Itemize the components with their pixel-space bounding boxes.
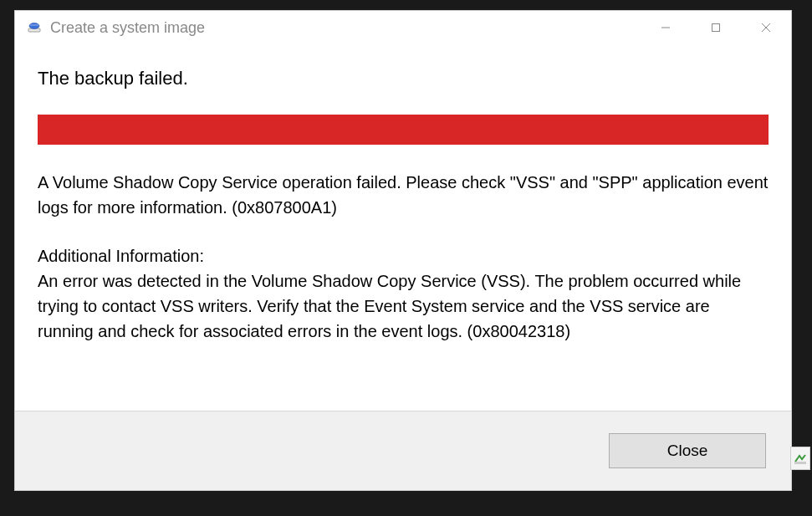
window-controls: [641, 11, 791, 44]
minimize-icon: [661, 23, 671, 33]
error-progress-bar: [38, 115, 769, 145]
additional-info-text: An error was detected in the Volume Shad…: [38, 268, 769, 344]
maximize-button[interactable]: [691, 11, 741, 44]
svg-point-1: [29, 23, 39, 29]
minimize-button[interactable]: [641, 11, 691, 44]
svg-rect-3: [712, 24, 720, 32]
dialog-footer: Close: [15, 411, 791, 490]
heading-text: The backup failed.: [38, 68, 769, 89]
error-message: A Volume Shadow Copy Service operation f…: [38, 170, 769, 220]
titlebar: Create a system image: [15, 11, 791, 44]
additional-info-label: Additional Information:: [38, 243, 769, 268]
dialog-window: Create a system image The backup failed.…: [14, 10, 792, 491]
close-button[interactable]: Close: [609, 433, 766, 468]
window-close-button[interactable]: [741, 11, 791, 44]
app-icon: [27, 19, 43, 36]
maximize-icon: [711, 23, 721, 33]
dialog-content: The backup failed. A Volume Shadow Copy …: [15, 44, 791, 411]
window-title: Create a system image: [50, 19, 641, 37]
taskbar-notification-icon[interactable]: [790, 447, 810, 470]
close-icon: [761, 23, 771, 33]
svg-rect-6: [794, 462, 806, 464]
